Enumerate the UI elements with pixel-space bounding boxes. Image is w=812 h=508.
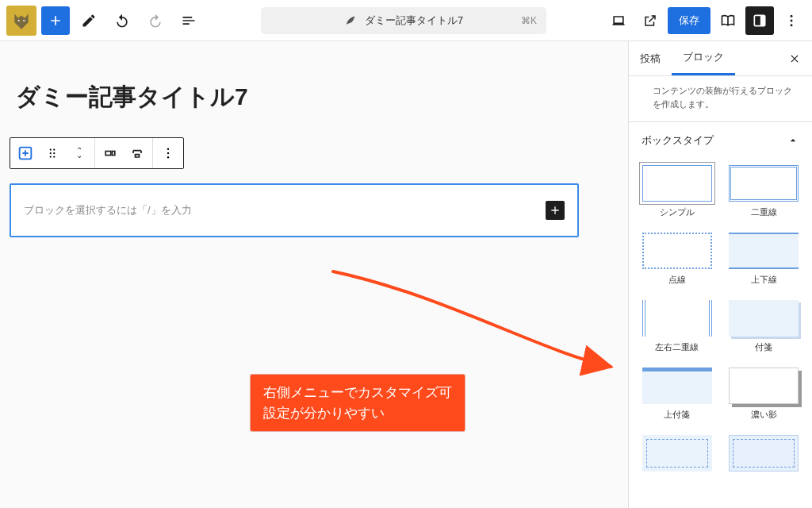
book-icon — [720, 13, 736, 29]
move-buttons[interactable]: ⌃⌄ — [66, 140, 93, 167]
svg-point-17 — [167, 152, 169, 154]
box-type-label: 濃い影 — [751, 409, 777, 421]
svg-point-16 — [167, 148, 169, 150]
chevron-down-icon: ⌄ — [76, 153, 82, 158]
width-icon — [129, 145, 145, 161]
close-icon — [789, 53, 800, 64]
svg-rect-15 — [113, 152, 115, 156]
block-placeholder: ブロックを選択するには「/」を入力 — [24, 203, 192, 217]
fox-icon — [11, 10, 32, 31]
width-button[interactable] — [124, 140, 151, 167]
box-type-label: 上付箋 — [664, 409, 690, 421]
selected-block[interactable]: ブロックを選択するには「/」を入力 — [10, 183, 579, 237]
box-type-option[interactable]: 点線 — [642, 233, 713, 286]
shortcut-hint: ⌘K — [521, 15, 537, 26]
sidebar-close-button[interactable] — [783, 48, 806, 70]
document-title: ダミー記事タイトル7 — [365, 13, 463, 28]
box-preview — [642, 368, 712, 404]
box-type-option[interactable]: 二重線 — [729, 165, 800, 218]
svg-point-9 — [53, 148, 55, 150]
svg-point-18 — [167, 156, 169, 158]
svg-point-10 — [50, 152, 52, 154]
svg-point-12 — [50, 156, 52, 157]
save-button[interactable]: 保存 — [668, 7, 710, 34]
annotation-callout: 右側メニューでカスタマイズ可 設定が分かりやすい — [251, 375, 465, 431]
external-icon — [643, 13, 657, 28]
drag-icon — [45, 146, 59, 160]
svg-point-13 — [53, 156, 55, 157]
laptop-icon — [611, 13, 626, 29]
chevron-up-icon — [787, 134, 799, 147]
redo-icon — [147, 13, 163, 29]
align-icon — [102, 145, 118, 161]
box-type-option[interactable]: 濃い影 — [729, 368, 800, 421]
box-type-option[interactable]: 上付箋 — [642, 368, 713, 421]
box-type-option[interactable]: 上下線 — [729, 233, 800, 286]
view-button[interactable] — [714, 6, 742, 35]
align-button[interactable] — [97, 140, 124, 167]
box-preview — [642, 233, 712, 269]
box-preview — [729, 300, 799, 337]
box-preview — [642, 165, 712, 202]
box-type-label: 二重線 — [751, 206, 777, 218]
box-type-section-toggle[interactable]: ボックスタイプ — [629, 122, 812, 159]
topbar: ダミー記事タイトル7 ⌘K 保存 — [0, 0, 812, 41]
settings-sidebar-toggle[interactable] — [745, 6, 774, 35]
svg-point-6 — [791, 24, 793, 26]
svg-rect-14 — [105, 152, 111, 156]
document-title-pill[interactable]: ダミー記事タイトル7 ⌘K — [261, 7, 546, 34]
site-logo[interactable] — [6, 6, 36, 36]
block-type-button[interactable] — [12, 140, 39, 167]
list-view-button[interactable] — [174, 6, 203, 35]
box-type-option[interactable]: 付箋 — [729, 300, 800, 353]
svg-point-4 — [791, 14, 793, 17]
box-type-label: 左右二重線 — [655, 341, 699, 353]
box-preview — [729, 435, 799, 471]
annotation-line2: 設定が分かりやすい — [263, 403, 452, 424]
block-toolbar: ⌃⌄ — [10, 137, 184, 169]
box-block-icon — [17, 144, 34, 162]
sidebar-tabs: 投稿 ブロック — [629, 41, 812, 76]
kebab-icon — [783, 13, 799, 29]
undo-icon — [114, 13, 130, 29]
plus-icon — [48, 13, 63, 29]
external-link-button[interactable] — [636, 6, 665, 35]
box-type-label: シンプル — [660, 206, 695, 218]
section-title: ボックスタイプ — [642, 133, 714, 148]
outline-icon — [181, 13, 197, 29]
settings-sidebar: 投稿 ブロック コンテンツの装飾が行えるブロックを作成します。 ボックスタイプ … — [628, 41, 812, 508]
box-preview — [642, 435, 712, 471]
block-description: コンテンツの装飾が行えるブロックを作成します。 — [629, 76, 812, 121]
edit-tool-button[interactable] — [75, 6, 103, 35]
svg-point-5 — [791, 19, 793, 21]
box-preview — [729, 165, 799, 202]
feather-icon — [344, 14, 357, 27]
box-preview — [729, 368, 799, 404]
pencil-icon — [81, 13, 97, 29]
drag-handle[interactable] — [39, 140, 66, 167]
box-type-option[interactable] — [642, 435, 713, 476]
topbar-center: ダミー記事タイトル7 ⌘K — [208, 7, 599, 34]
add-block-button[interactable] — [41, 6, 70, 35]
more-menu-button[interactable] — [777, 6, 806, 35]
box-preview — [642, 300, 712, 337]
svg-point-1 — [23, 19, 25, 21]
box-preview — [729, 233, 799, 269]
undo-button[interactable] — [108, 6, 136, 35]
svg-point-0 — [18, 19, 20, 21]
svg-point-8 — [50, 148, 52, 150]
tab-post[interactable]: 投稿 — [629, 41, 672, 75]
svg-point-11 — [53, 152, 55, 154]
box-type-option[interactable]: シンプル — [642, 165, 713, 218]
topbar-right: 保存 — [604, 6, 806, 35]
box-type-option[interactable]: 左右二重線 — [642, 300, 713, 353]
box-type-option[interactable] — [729, 435, 800, 476]
editor-canvas[interactable]: ダミー記事タイトル7 ⌃⌄ — [0, 41, 628, 508]
tab-block[interactable]: ブロック — [672, 41, 735, 75]
box-type-section: ボックスタイプ シンプル二重線点線上下線左右二重線付箋上付箋濃い影 — [629, 121, 812, 492]
post-title[interactable]: ダミー記事タイトル7 — [16, 81, 619, 114]
preview-viewport-button[interactable] — [604, 6, 633, 35]
block-more-button[interactable] — [155, 140, 182, 167]
inline-add-button[interactable] — [546, 201, 565, 220]
redo-button[interactable] — [141, 6, 170, 35]
